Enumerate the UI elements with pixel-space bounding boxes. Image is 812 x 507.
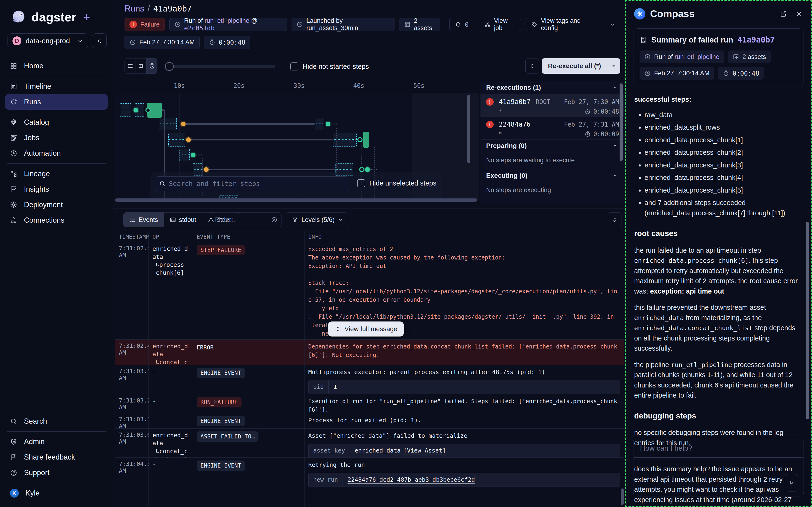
zoom-slider[interactable] — [165, 62, 275, 71]
sidebar-item-user[interactable]: K Kyle — [0, 486, 113, 501]
reexecute-options-button[interactable] — [607, 58, 620, 74]
breadcrumb-runs-link[interactable]: Runs — [124, 4, 144, 14]
gantt-horizontal-scrollbar[interactable] — [115, 199, 477, 202]
deployment-selector[interactable]: D data-eng-prod — [7, 33, 88, 48]
sidebar-item-runs[interactable]: Runs — [5, 94, 108, 110]
sidebar-item-label: Catalog — [24, 118, 49, 126]
gantt-dashed[interactable] — [159, 118, 177, 130]
col-header-op[interactable]: OP — [149, 231, 193, 242]
expand-log-button[interactable] — [608, 212, 621, 227]
shield-icon — [10, 438, 17, 446]
view-job-button[interactable]: View job — [479, 18, 521, 31]
reexecutions-header[interactable]: Re-executions (1) — [481, 81, 624, 94]
sidebar-item-label: Admin — [24, 438, 45, 446]
levels-dropdown[interactable]: Levels (5/6) — [287, 212, 348, 227]
view-asset-link[interactable]: [View Asset] — [403, 446, 446, 455]
zoom-slider-handle[interactable] — [165, 62, 174, 71]
table-scrollbar[interactable] — [621, 489, 624, 505]
chevron-down-icon — [77, 38, 84, 44]
root-tag: ROOT — [536, 98, 550, 105]
run-id[interactable]: 22484a76 — [499, 120, 531, 128]
run-of-badge[interactable]: Run of run_etl_pipeline @ e2c051db — [169, 18, 287, 31]
table-row[interactable]: 7:31:03.170 AM - ENGINE_EVENT Multiproce… — [115, 365, 624, 394]
reexecute-all-split-button[interactable]: Re-execute all (*) — [542, 58, 620, 74]
view-full-message-button[interactable]: View full message — [328, 322, 404, 337]
step-search-box[interactable] — [155, 176, 349, 191]
sidebar-item-support[interactable]: Support — [0, 465, 113, 481]
table-row[interactable]: 7:31:04.343 AM - ENGINE_EVENT Retrying t… — [115, 458, 624, 507]
more-actions-button[interactable] — [605, 18, 620, 31]
hide-not-started-label: Hide not started steps — [303, 63, 369, 70]
preparing-section-header[interactable]: Preparing (0) — [481, 139, 624, 153]
compass-scrollbar[interactable] — [806, 222, 809, 419]
sidebar-item-jobs[interactable]: Jobs — [0, 130, 113, 146]
gantt-green[interactable] — [363, 132, 369, 148]
gantt-dashed[interactable] — [315, 118, 324, 130]
gantt-vertical-scrollbar[interactable] — [467, 95, 470, 163]
open-in-new-icon[interactable] — [780, 10, 787, 18]
caret-down-icon — [611, 143, 618, 149]
reexecute-all-label[interactable]: Re-execute all (*) — [542, 58, 607, 74]
log-filter-input[interactable] — [215, 216, 269, 224]
job-graph-icon — [484, 21, 491, 28]
log-filter-input-box[interactable] — [211, 212, 281, 227]
sidebar-item-home[interactable]: Home — [0, 58, 113, 74]
close-icon[interactable] — [795, 10, 803, 18]
launched-by-badge[interactable]: Launched by run_assets_30min — [291, 18, 394, 31]
preparing-empty-text: No steps are waiting to execute — [481, 153, 624, 169]
tab-events[interactable]: Events — [123, 213, 164, 227]
table-row[interactable]: 7:31:03.318 AM - ENGINE_EVENT Process fo… — [115, 413, 624, 429]
sidebar-item-admin[interactable]: Admin — [0, 434, 113, 449]
gantt-dashed[interactable] — [135, 103, 144, 117]
col-header-event-type[interactable]: EVENT TYPE — [193, 231, 304, 242]
event-type-badge: ENGINE_EVENT — [197, 460, 245, 471]
sidebar-item-automation[interactable]: Automation — [0, 146, 113, 161]
executing-section-header[interactable]: Executing (0) — [481, 169, 624, 182]
compass-chat-box — [633, 438, 804, 496]
zoom-slider-track[interactable] — [169, 65, 275, 68]
sidebar-item-connections[interactable]: Connections — [0, 213, 113, 228]
sidebar-item-catalog[interactable]: Catalog — [0, 115, 113, 130]
avatar: K — [10, 489, 19, 498]
alerts-bell-button[interactable]: 0 — [449, 18, 474, 31]
sidebar-item-timeline[interactable]: Timeline — [0, 79, 113, 94]
view-flat-button[interactable] — [125, 58, 136, 73]
hide-not-started-checkbox[interactable]: Hide not started steps — [290, 62, 369, 70]
table-row[interactable]: 7:31:03.629 AM enriched_data↳concat_chun… — [115, 429, 624, 458]
run-id[interactable]: 41a9a0b7 — [499, 98, 531, 106]
reorder-button[interactable] — [525, 58, 539, 74]
table-row[interactable]: 7:31:03.266 AM - RUN_FAILURE Execution o… — [115, 394, 624, 413]
gantt-dashed[interactable] — [120, 103, 131, 117]
panel-scrollbar[interactable] — [619, 83, 622, 161]
sidebar-item-lineage[interactable]: Lineage — [0, 166, 113, 181]
step-search-input[interactable] — [169, 180, 345, 188]
checkbox[interactable] — [357, 179, 365, 187]
view-timed-button[interactable] — [146, 58, 157, 73]
gantt-dashed[interactable] — [168, 133, 185, 147]
sidebar-item-insights[interactable]: Insights — [0, 181, 113, 197]
tab-stdout[interactable]: stdout — [164, 213, 202, 227]
new-run-link[interactable]: 22484a76-dcd2-487b-aeb3-db3bece6cf2d — [347, 475, 475, 484]
assets-badge[interactable]: 2 assets — [399, 18, 440, 31]
view-tags-config-button[interactable]: View tags and config — [526, 18, 600, 31]
sidebar-item-share-feedback[interactable]: Share feedback — [0, 449, 113, 465]
sidebar-item-deployment[interactable]: Deployment — [0, 197, 113, 213]
view-waterfall-button[interactable] — [136, 58, 146, 73]
sidebar-item-label: Insights — [24, 185, 49, 193]
gantt-dashed[interactable] — [179, 149, 190, 161]
clear-filter-icon[interactable] — [271, 217, 277, 223]
send-button[interactable] — [785, 474, 798, 492]
summary-run-id[interactable]: 41a9a0b7 — [737, 35, 775, 44]
gantt-chart[interactable]: Hide unselected steps — [115, 93, 479, 200]
sidebar-item-label: Jobs — [24, 133, 39, 142]
table-row-error[interactable]: 7:31:02.433 AM enriched_data↳concat_chun… — [115, 340, 624, 365]
hide-unselected-checkbox[interactable]: Hide unselected steps — [357, 179, 436, 187]
checkbox[interactable] — [290, 62, 299, 70]
compass-chat-input[interactable] — [634, 438, 804, 496]
reexecution-run-row[interactable]: 22484a76 Feb 27, 7:31 AM * 0:00:09 — [481, 117, 624, 139]
table-row[interactable]: 7:31:02.405 AM enriched_data↳process_chu… — [115, 242, 624, 340]
reexecution-run-row[interactable]: 41a9a0b7 ROOT Feb 27, 7:30 AM * 0:00:48 — [481, 94, 624, 117]
sidebar-collapse-button[interactable] — [92, 33, 107, 48]
sidebar-item-search[interactable]: Search — [0, 413, 113, 429]
col-header-timestamp[interactable]: TIMESTAMP — [115, 231, 149, 242]
